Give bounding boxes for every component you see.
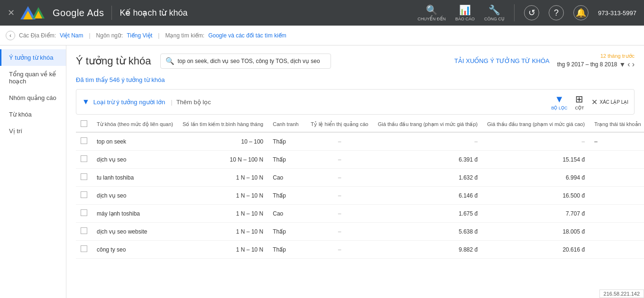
row-checkbox-cell-1 xyxy=(76,151,92,169)
nav-search-label: CHUYỂN ĐẾN xyxy=(418,17,446,21)
date-range-label: 12 tháng trước xyxy=(600,53,635,59)
reset-label: XÁC LẬP LẠI xyxy=(599,99,628,105)
cell-rate-2: – xyxy=(306,169,373,187)
cell-low-0: – xyxy=(373,132,482,151)
row-checkbox-6[interactable] xyxy=(81,245,87,252)
filter-btn[interactable]: ▼ BỘ LỌC xyxy=(551,94,567,110)
cell-low-6: 9.882 đ xyxy=(373,241,482,259)
tools-icon: 🔧 xyxy=(488,4,500,16)
language-label: Ngôn ngữ: xyxy=(96,32,123,39)
sidebar-item-vi-tri[interactable]: Vị trí xyxy=(0,123,66,139)
content-area: Ý tưởng từ khóa 🔍 TẢI XUỐNG Ý TƯỞNG TỪ K… xyxy=(66,45,644,298)
th-low: Giá thầu đầu trang (phạm vi mức giá thấp… xyxy=(373,117,482,132)
sidebar-item-y-tuong-tu-khoa[interactable]: Ý tưởng từ khóa xyxy=(0,49,66,66)
nav-divider xyxy=(111,6,112,20)
reset-button[interactable]: ✕ XÁC LẬP LẠI xyxy=(591,98,628,107)
sub-nav-back[interactable]: ‹ xyxy=(6,31,15,40)
nav-tools-btn[interactable]: 🔧 CÔNG CỤ xyxy=(484,4,505,21)
cell-status-0: – xyxy=(589,132,644,151)
th-search: Số lần tìm kiếm tr.bình hàng tháng xyxy=(178,117,268,132)
table-row: dịch vụ seo website 1 N – 10 N Thấp – 5.… xyxy=(76,223,644,241)
row-checkbox-3[interactable] xyxy=(81,191,87,198)
sidebar-item-tu-khoa[interactable]: Từ khóa xyxy=(0,106,66,123)
top-nav-right: 🔍 CHUYỂN ĐẾN 📊 BÁO CÁO 🔧 CÔNG CỤ ↺ ? 🔔 9… xyxy=(418,4,637,21)
date-range-dropdown-icon[interactable]: ▼ xyxy=(619,61,626,68)
cell-search-0: 10 – 100 xyxy=(178,132,268,151)
nav-search-btn[interactable]: 🔍 CHUYỂN ĐẾN xyxy=(418,4,446,21)
th-compete: Canh tranh xyxy=(268,117,306,132)
row-checkbox-2[interactable] xyxy=(81,173,87,180)
cell-high-5: 18.005 đ xyxy=(482,223,589,241)
add-filter-button[interactable]: Thêm bộ lọc xyxy=(176,99,211,106)
cell-rate-3: – xyxy=(306,187,373,205)
result-count: Đã tìm thấy 546 ý tưởng từ khóa xyxy=(76,76,635,83)
close-button[interactable]: ✕ xyxy=(8,8,15,18)
keyword-search-input[interactable] xyxy=(177,58,326,64)
row-checkbox-cell-0 xyxy=(76,132,92,151)
cell-low-1: 6.391 đ xyxy=(373,151,482,169)
refresh-button[interactable]: ↺ xyxy=(524,5,539,20)
date-next-button[interactable]: › xyxy=(632,60,635,69)
cell-high-4: 7.707 đ xyxy=(482,205,589,223)
cell-compete-2: Cao xyxy=(268,169,306,187)
row-checkbox-5[interactable] xyxy=(81,227,87,234)
search-icon: 🔍 xyxy=(426,4,438,16)
cell-search-5: 1 N – 10 N xyxy=(178,223,268,241)
cell-high-0: – xyxy=(482,132,589,151)
cell-keyword-2: tu lanh toshiba xyxy=(92,169,178,187)
cell-status-2 xyxy=(589,169,644,187)
sidebar-item-nhom-quang-cao[interactable]: Nhóm quảng cáo xyxy=(0,90,66,106)
cell-keyword-6: công ty seo xyxy=(92,241,178,259)
sep-1: | xyxy=(89,32,90,39)
sidebar: Ý tưởng từ khóa Tổng quan về kế hoạch Nh… xyxy=(0,45,66,298)
cell-low-4: 1.675 đ xyxy=(373,205,482,223)
network-value[interactable]: Google và các đối tác tìm kiếm xyxy=(208,32,286,39)
keyword-search-box[interactable]: 🔍 xyxy=(160,54,331,69)
filter-btn-label: BỘ LỌC xyxy=(551,106,567,110)
filter-sep: | xyxy=(171,99,172,106)
th-keyword: Từ khóa (theo mức độ liên quan) xyxy=(92,117,178,132)
location-value[interactable]: Việt Nam xyxy=(60,32,83,39)
select-all-checkbox[interactable] xyxy=(81,120,87,127)
cell-compete-1: Thấp xyxy=(268,151,306,169)
close-icon: ✕ xyxy=(591,98,598,107)
cell-keyword-0: top on seek xyxy=(92,132,178,151)
notifications-button[interactable]: 🔔 xyxy=(573,5,589,20)
th-status: Trạng thái tài khoản xyxy=(589,117,644,132)
nav-sep-1 xyxy=(514,4,515,21)
table-row: top on seek 10 – 100 Thấp – – – – xyxy=(76,132,644,151)
table-row: dịch vụ seo 1 N – 10 N Thấp – 6.146 đ 16… xyxy=(76,187,644,205)
th-select-all xyxy=(76,117,92,132)
th-rate: Tỷ lệ hiển thị quảng cáo xyxy=(306,117,373,132)
sidebar-item-tong-quan[interactable]: Tổng quan về kế hoạch xyxy=(0,66,66,90)
help-button[interactable]: ? xyxy=(549,5,564,20)
cell-rate-4: – xyxy=(306,205,373,223)
row-checkbox-cell-6 xyxy=(76,241,92,259)
row-checkbox-cell-2 xyxy=(76,169,92,187)
nav-report-btn[interactable]: 📊 BÁO CÁO xyxy=(455,4,475,21)
content-title: Ý tưởng từ khóa xyxy=(76,55,151,67)
cell-status-6 xyxy=(589,241,644,259)
app-logo xyxy=(19,5,45,20)
cell-keyword-4: máy lạnh toshiba xyxy=(92,205,178,223)
filter-text[interactable]: Loại trừ ý tưởng người lớn xyxy=(93,99,165,106)
col-btn[interactable]: ⊞ CỘT xyxy=(575,93,584,110)
row-checkbox-4[interactable] xyxy=(81,209,87,216)
location-label: Các Địa Điểm: xyxy=(19,32,56,39)
cell-keyword-1: dịch vụ seo xyxy=(92,151,178,169)
row-checkbox-cell-4 xyxy=(76,205,92,223)
cell-status-4 xyxy=(589,205,644,223)
cell-rate-6: – xyxy=(306,241,373,259)
cell-high-6: 20.616 đ xyxy=(482,241,589,259)
language-value[interactable]: Tiếng Việt xyxy=(127,32,152,39)
table-row: công ty seo 1 N – 10 N Thấp – 9.882 đ 20… xyxy=(76,241,644,259)
report-icon: 📊 xyxy=(459,4,471,16)
row-checkbox-1[interactable] xyxy=(81,155,87,162)
row-checkbox-cell-5 xyxy=(76,223,92,241)
date-prev-button[interactable]: ‹ xyxy=(627,60,630,69)
row-checkbox-0[interactable] xyxy=(81,137,87,144)
cell-keyword-3: dịch vụ seo xyxy=(92,187,178,205)
cell-status-3 xyxy=(589,187,644,205)
header-right: TẢI XUỐNG Ý TƯỞNG TỪ KHÓA 12 tháng trước… xyxy=(454,53,635,69)
download-button[interactable]: TẢI XUỐNG Ý TƯỞNG TỪ KHÓA xyxy=(454,57,550,64)
